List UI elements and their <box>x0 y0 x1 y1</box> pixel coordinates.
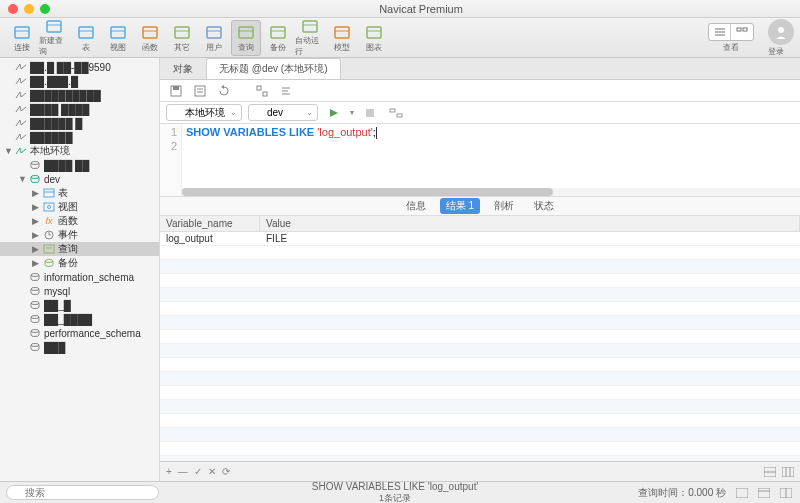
run-icon[interactable] <box>324 104 344 122</box>
svg-point-45 <box>31 316 39 319</box>
tree-item-[interactable]: ██_████ <box>0 312 159 326</box>
query-builder-icon[interactable] <box>252 82 272 100</box>
grid-header: Variable_name Value <box>160 216 800 232</box>
tree-item-[interactable]: ████ ██ <box>0 158 159 172</box>
tree-item-[interactable]: ▶fx函数 <box>0 214 159 228</box>
svg-rect-63 <box>782 467 794 477</box>
svg-rect-39 <box>44 245 54 253</box>
tree-item-[interactable]: ███ <box>0 340 159 354</box>
apply-icon[interactable]: ✓ <box>194 466 202 477</box>
grid-row-empty <box>160 400 800 414</box>
svg-rect-49 <box>173 86 179 90</box>
toolbar-查询[interactable]: 查询 <box>231 20 261 56</box>
svg-point-31 <box>31 176 39 179</box>
toolbar-用户[interactable]: 用户 <box>199 20 229 56</box>
col-value[interactable]: Value <box>260 216 800 231</box>
view-toggle[interactable] <box>708 23 754 41</box>
tree-item-[interactable]: ▶表 <box>0 186 159 200</box>
save-icon[interactable] <box>166 82 186 100</box>
grid-row-empty <box>160 414 800 428</box>
tree-item-[interactable]: ██████████ <box>0 88 159 102</box>
main-toolbar: 连接新建查询表视图函数其它用户查询备份自动运行模型图表查看登录 <box>0 18 800 58</box>
form-view-icon[interactable] <box>764 467 776 477</box>
toolbar-图表[interactable]: 图表 <box>359 20 389 56</box>
sidebar-search-input[interactable] <box>6 485 159 500</box>
explain-icon[interactable] <box>386 104 406 122</box>
reload-icon[interactable]: ⟳ <box>222 466 230 477</box>
view-mode-icon-1[interactable] <box>736 488 748 498</box>
result-tab-profile[interactable]: 剖析 <box>488 198 520 214</box>
text-editor-icon[interactable] <box>190 82 210 100</box>
tree-item-[interactable]: ▶查询 <box>0 242 159 256</box>
view-mode-icon-2[interactable] <box>758 488 770 498</box>
svg-point-35 <box>48 206 51 209</box>
minimize-window-icon[interactable] <box>24 4 34 14</box>
toolbar-模型[interactable]: 模型 <box>327 20 357 56</box>
tab-query-untitled[interactable]: 无标题 @dev (本地环境) <box>206 58 341 79</box>
grid-row-empty <box>160 372 800 386</box>
svg-rect-14 <box>239 27 253 38</box>
tree-item-dev[interactable]: ▼dev <box>0 172 159 186</box>
svg-rect-50 <box>195 86 205 96</box>
svg-rect-32 <box>44 189 54 197</box>
cancel-icon[interactable]: ✕ <box>208 466 216 477</box>
svg-rect-60 <box>397 114 402 117</box>
result-tab-result[interactable]: 结果 1 <box>440 198 480 214</box>
toolbar-连接[interactable]: 连接 <box>7 20 37 56</box>
add-row-icon[interactable]: + <box>166 466 172 477</box>
tree-item-[interactable]: ██.███.█ <box>0 74 159 88</box>
tree-item-informationschema[interactable]: information_schema <box>0 270 159 284</box>
svg-rect-28 <box>743 28 747 31</box>
grid-row-empty <box>160 288 800 302</box>
sql-editor[interactable]: 12 SHOW VARIABLES LIKE 'log_output'; <box>160 124 800 196</box>
traffic-lights <box>8 4 50 14</box>
svg-rect-66 <box>736 488 748 498</box>
svg-rect-16 <box>271 27 285 38</box>
beautify-icon[interactable] <box>276 82 296 100</box>
zoom-window-icon[interactable] <box>40 4 50 14</box>
tree-item-mysql[interactable]: mysql <box>0 284 159 298</box>
tab-objects[interactable]: 对象 <box>160 58 206 79</box>
connection-dropdown[interactable]: 本地环境 <box>166 104 242 121</box>
toolbar-新建查询[interactable]: 新建查询 <box>39 20 69 56</box>
tree-item-9590[interactable]: ██.█ ██-██9590 <box>0 60 159 74</box>
toolbar-视图[interactable]: 视图 <box>103 20 133 56</box>
grid-view-icon[interactable] <box>782 467 794 477</box>
svg-point-41 <box>45 260 53 263</box>
col-variable-name[interactable]: Variable_name <box>160 216 260 231</box>
grid-row-empty <box>160 386 800 400</box>
toolbar-备份[interactable]: 备份 <box>263 20 293 56</box>
grid-row-empty <box>160 442 800 456</box>
toolbar-函数[interactable]: 函数 <box>135 20 165 56</box>
tree-item-[interactable]: ▶视图 <box>0 200 159 214</box>
delete-row-icon[interactable]: — <box>178 466 188 477</box>
tree-item-[interactable]: ██████ <box>0 130 159 144</box>
refresh-icon[interactable] <box>214 82 234 100</box>
toolbar-表[interactable]: 表 <box>71 20 101 56</box>
user-avatar-icon[interactable] <box>768 19 794 45</box>
status-query-text: SHOW VARIABLES LIKE 'log_output' <box>312 481 479 492</box>
result-tab-info[interactable]: 信息 <box>400 198 432 214</box>
svg-point-42 <box>31 274 39 277</box>
grid-row-empty <box>160 428 800 442</box>
result-tab-status[interactable]: 状态 <box>528 198 560 214</box>
view-mode-icon-3[interactable] <box>780 488 792 498</box>
result-grid[interactable]: Variable_name Value log_output FILE <box>160 216 800 461</box>
tree-item-[interactable]: ████ ████ <box>0 102 159 116</box>
svg-rect-58 <box>366 109 374 117</box>
tree-item-[interactable]: ▶备份 <box>0 256 159 270</box>
tree-item-[interactable]: ▼本地环境 <box>0 144 159 158</box>
stop-icon[interactable] <box>360 104 380 122</box>
tree-item-[interactable]: ▶事件 <box>0 228 159 242</box>
tree-item-[interactable]: ██_█ <box>0 298 159 312</box>
grid-row[interactable]: log_output FILE <box>160 232 800 246</box>
toolbar-其它[interactable]: 其它 <box>167 20 197 56</box>
tree-item-[interactable]: ██████ █ <box>0 116 159 130</box>
editor-scrollbar-h[interactable] <box>182 188 800 196</box>
tree-item-performanceschema[interactable]: performance_schema <box>0 326 159 340</box>
toolbar-自动运行[interactable]: 自动运行 <box>295 20 325 56</box>
close-window-icon[interactable] <box>8 4 18 14</box>
status-query-time: 查询时间：0.000 秒 <box>638 486 726 500</box>
connection-tree[interactable]: ██.█ ██-██9590██.███.███████████████ ███… <box>0 58 160 481</box>
database-dropdown[interactable]: dev <box>248 104 318 121</box>
